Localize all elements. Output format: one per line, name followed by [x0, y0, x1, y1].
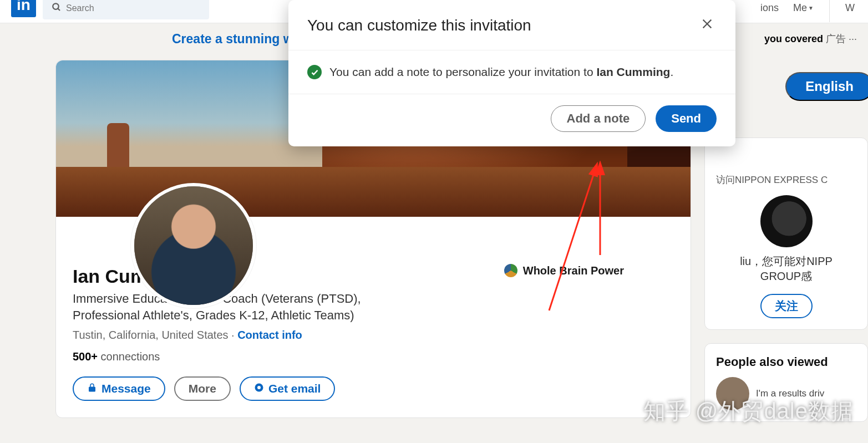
- company-name: Whole Brain Power: [523, 264, 624, 277]
- search-input[interactable]: [43, 0, 209, 19]
- language-button[interactable]: English: [785, 72, 868, 101]
- close-icon: [701, 18, 713, 33]
- modal-footer: Add a note Send: [288, 94, 735, 146]
- follow-button[interactable]: 关注: [760, 294, 813, 318]
- current-company[interactable]: Whole Brain Power: [504, 264, 624, 277]
- more-button[interactable]: More: [174, 376, 231, 401]
- company-logo-icon: [504, 264, 517, 277]
- svg-point-3: [257, 386, 261, 389]
- ad-left-link[interactable]: Create a stunning w: [172, 32, 293, 47]
- watermark: 知乎 @外贸dale数据: [643, 396, 854, 426]
- promo-hint: 访问NIPPON EXPRESS C: [716, 174, 856, 186]
- modal-message: You can add a note to personalize your i…: [329, 64, 673, 80]
- nav-item-partial[interactable]: ions: [760, 2, 779, 14]
- promo-avatar: [760, 195, 813, 247]
- svg-point-0: [53, 3, 59, 9]
- nav-me[interactable]: Me▼: [793, 2, 814, 14]
- send-button[interactable]: Send: [656, 105, 717, 132]
- svg-line-1: [58, 8, 60, 11]
- promo-message: liu，您可能对NIPPGROUP感: [716, 254, 856, 284]
- pav-title: People also viewed: [716, 355, 856, 369]
- modal-body: You can add a note to personalize your i…: [288, 50, 735, 94]
- lock-icon: [87, 382, 97, 395]
- promo-card: 访问NIPPON EXPRESS C liu，您可能对NIPPGROUP感 关注: [704, 138, 868, 330]
- contact-info-link[interactable]: Contact info: [237, 329, 302, 341]
- profile-actions: Message More Get email: [73, 376, 674, 401]
- close-button[interactable]: [698, 14, 717, 37]
- linkedin-logo-icon[interactable]: in: [11, 0, 36, 17]
- at-icon: [254, 382, 264, 395]
- location-line: Tustin, California, United States · Cont…: [73, 329, 674, 342]
- connections-line[interactable]: 500+ connections: [73, 350, 674, 363]
- profile-avatar[interactable]: [131, 183, 256, 308]
- modal-header: You can customize this invitation: [288, 0, 735, 50]
- modal-title: You can customize this invitation: [307, 17, 531, 34]
- search-icon: [52, 2, 62, 14]
- profile-headline: Immersive Educational Life Coach (Vetera…: [73, 291, 428, 323]
- message-button[interactable]: Message: [73, 376, 165, 401]
- nav-right: ions Me▼ W: [760, 0, 855, 22]
- search-wrap: [43, 0, 209, 19]
- add-note-button[interactable]: Add a note: [551, 105, 646, 132]
- get-email-button[interactable]: Get email: [240, 376, 336, 401]
- invite-modal: You can customize this invitation You ca…: [288, 0, 735, 146]
- nav-separator: [829, 0, 830, 22]
- check-icon: [307, 65, 322, 79]
- nav-item-partial-2[interactable]: W: [845, 2, 855, 14]
- ad-right-text: you covered 广告 ···: [764, 32, 857, 45]
